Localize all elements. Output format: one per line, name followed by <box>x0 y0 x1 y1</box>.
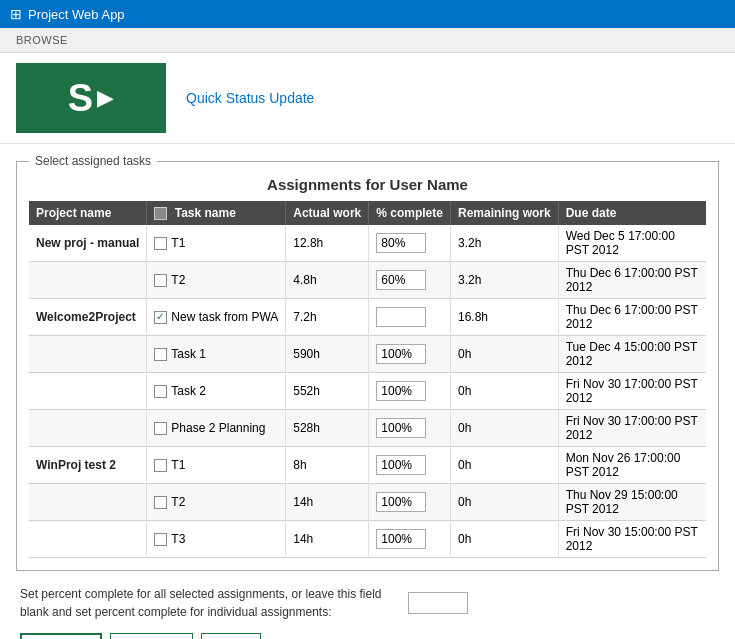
remaining-work-cell: 0h <box>450 484 558 521</box>
pct-complete-cell <box>369 225 451 262</box>
bottom-area: Set percent complete for all selected as… <box>16 585 719 639</box>
task-checkbox[interactable] <box>154 533 167 546</box>
actual-work-cell: 590h <box>286 336 369 373</box>
task-name-cell: New task from PWA <box>147 299 286 336</box>
task-label: T1 <box>171 458 185 472</box>
task-label: Task 1 <box>171 347 206 361</box>
due-date-cell: Fri Nov 30 15:00:00 PST 2012 <box>558 521 706 558</box>
actual-work-cell: 14h <box>286 484 369 521</box>
remaining-work-cell: 0h <box>450 447 558 484</box>
pct-complete-cell <box>369 373 451 410</box>
table-row: Phase 2 Planning528h0hFri Nov 30 17:00:0… <box>29 410 706 447</box>
task-checkbox[interactable] <box>154 459 167 472</box>
remaining-work-cell: 0h <box>450 521 558 558</box>
pct-complete-input[interactable] <box>376 233 426 253</box>
task-name-cell: T1 <box>147 447 286 484</box>
project-name-cell: Welcome2Project <box>29 299 147 336</box>
task-name-cell: T1 <box>147 225 286 262</box>
title-bar: ⊞ Project Web App <box>0 0 735 28</box>
task-name-cell: T3 <box>147 521 286 558</box>
due-date-cell: Fri Nov 30 17:00:00 PST 2012 <box>558 373 706 410</box>
task-checkbox[interactable] <box>154 274 167 287</box>
refresh-button[interactable]: Refresh <box>110 633 194 639</box>
task-checkbox[interactable] <box>154 385 167 398</box>
task-checkbox[interactable] <box>154 496 167 509</box>
task-name-cell: Phase 2 Planning <box>147 410 286 447</box>
pct-complete-input[interactable] <box>376 270 426 290</box>
pct-complete-cell <box>369 447 451 484</box>
table-body: New proj - manualT112.8h3.2hWed Dec 5 17… <box>29 225 706 558</box>
due-date-cell: Fri Nov 30 17:00:00 PST 2012 <box>558 410 706 447</box>
pct-complete-cell <box>369 299 451 336</box>
pct-complete-input[interactable] <box>376 529 426 549</box>
remaining-work-cell: 0h <box>450 410 558 447</box>
task-checkbox[interactable] <box>154 422 167 435</box>
fieldset-legend: Select assigned tasks <box>29 154 157 168</box>
exit-button[interactable]: Exit <box>201 633 261 639</box>
set-pct-input[interactable] <box>408 592 468 614</box>
buttons-row: Update Refresh Exit <box>20 633 715 639</box>
task-label: T2 <box>171 273 185 287</box>
pct-complete-cell <box>369 521 451 558</box>
ribbon: BROWSE <box>0 28 735 53</box>
header: S ▶ Quick Status Update <box>0 53 735 144</box>
task-checkbox[interactable] <box>154 348 167 361</box>
table-row: T314h0hFri Nov 30 15:00:00 PST 2012 <box>29 521 706 558</box>
task-name-cell: Task 2 <box>147 373 286 410</box>
actual-work-cell: 552h <box>286 373 369 410</box>
remaining-work-cell: 0h <box>450 373 558 410</box>
actual-work-cell: 8h <box>286 447 369 484</box>
set-pct-label: Set percent complete for all selected as… <box>20 585 400 621</box>
task-checkbox[interactable] <box>154 311 167 324</box>
task-name-cell: T2 <box>147 262 286 299</box>
col-header-remaining: Remaining work <box>450 201 558 225</box>
due-date-cell: Thu Dec 6 17:00:00 PST 2012 <box>558 299 706 336</box>
pct-complete-input[interactable] <box>376 307 426 327</box>
pct-complete-input[interactable] <box>376 344 426 364</box>
table-row: WinProj test 2T18h0hMon Nov 26 17:00:00 … <box>29 447 706 484</box>
logo-s-letter: S <box>68 77 93 120</box>
table-title: Assignments for User Name <box>29 176 706 193</box>
actual-work-cell: 4.8h <box>286 262 369 299</box>
assignments-table: Project name Task name Actual work % com… <box>29 201 706 558</box>
pct-complete-cell <box>369 336 451 373</box>
pct-complete-input[interactable] <box>376 418 426 438</box>
logo-arrow-icon: ▶ <box>97 85 114 111</box>
pct-complete-cell <box>369 262 451 299</box>
actual-work-cell: 7.2h <box>286 299 369 336</box>
col-header-project: Project name <box>29 201 147 225</box>
table-row: T24.8h3.2hThu Dec 6 17:00:00 PST 2012 <box>29 262 706 299</box>
due-date-cell: Wed Dec 5 17:00:00 PST 2012 <box>558 225 706 262</box>
pct-complete-input[interactable] <box>376 492 426 512</box>
col-header-actual: Actual work <box>286 201 369 225</box>
tasks-fieldset: Select assigned tasks Assignments for Us… <box>16 154 719 571</box>
update-button[interactable]: Update <box>20 633 102 639</box>
task-label: Phase 2 Planning <box>171 421 265 435</box>
pct-complete-input[interactable] <box>376 381 426 401</box>
col-header-pct: % complete <box>369 201 451 225</box>
remaining-work-cell: 0h <box>450 336 558 373</box>
app-logo-icon: ⊞ <box>10 6 22 22</box>
quick-status-link[interactable]: Quick Status Update <box>186 90 314 106</box>
project-name-cell <box>29 410 147 447</box>
actual-work-cell: 12.8h <box>286 225 369 262</box>
project-name-cell <box>29 336 147 373</box>
table-row: Task 2552h0hFri Nov 30 17:00:00 PST 2012 <box>29 373 706 410</box>
due-date-cell: Thu Nov 29 15:00:00 PST 2012 <box>558 484 706 521</box>
task-label: T3 <box>171 532 185 546</box>
project-name-cell <box>29 521 147 558</box>
table-row: T214h0hThu Nov 29 15:00:00 PST 2012 <box>29 484 706 521</box>
table-row: Task 1590h0hTue Dec 4 15:00:00 PST 2012 <box>29 336 706 373</box>
due-date-cell: Mon Nov 26 17:00:00 PST 2012 <box>558 447 706 484</box>
project-name-cell <box>29 484 147 521</box>
pct-complete-cell <box>369 410 451 447</box>
remaining-work-cell: 3.2h <box>450 225 558 262</box>
task-label: T2 <box>171 495 185 509</box>
header-checkbox[interactable] <box>154 207 167 220</box>
main-content: Select assigned tasks Assignments for Us… <box>0 144 735 639</box>
set-pct-row: Set percent complete for all selected as… <box>20 585 715 621</box>
col-header-task: Task name <box>147 201 286 225</box>
task-checkbox[interactable] <box>154 237 167 250</box>
pct-complete-input[interactable] <box>376 455 426 475</box>
task-name-cell: Task 1 <box>147 336 286 373</box>
